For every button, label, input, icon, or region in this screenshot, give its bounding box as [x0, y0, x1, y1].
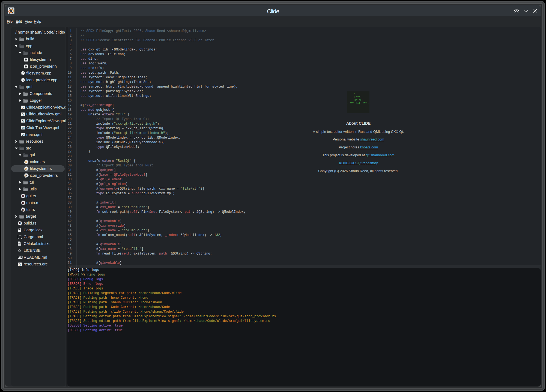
- svg-text:Qt: Qt: [19, 263, 21, 265]
- svg-text:R: R: [25, 160, 28, 163]
- svg-text:Qt: Qt: [22, 106, 25, 109]
- svg-text:R: R: [25, 174, 28, 177]
- svg-text:R: R: [22, 201, 24, 204]
- svg-text:R: R: [19, 222, 21, 225]
- svg-text:R: R: [22, 208, 24, 211]
- svg-text:Qt: Qt: [22, 119, 25, 122]
- svg-text:R: R: [25, 167, 28, 170]
- svg-text:Qt: Qt: [22, 113, 25, 115]
- svg-text:R: R: [22, 194, 24, 198]
- svg-text:Qt: Qt: [22, 126, 25, 129]
- svg-text:Qt: Qt: [22, 133, 25, 136]
